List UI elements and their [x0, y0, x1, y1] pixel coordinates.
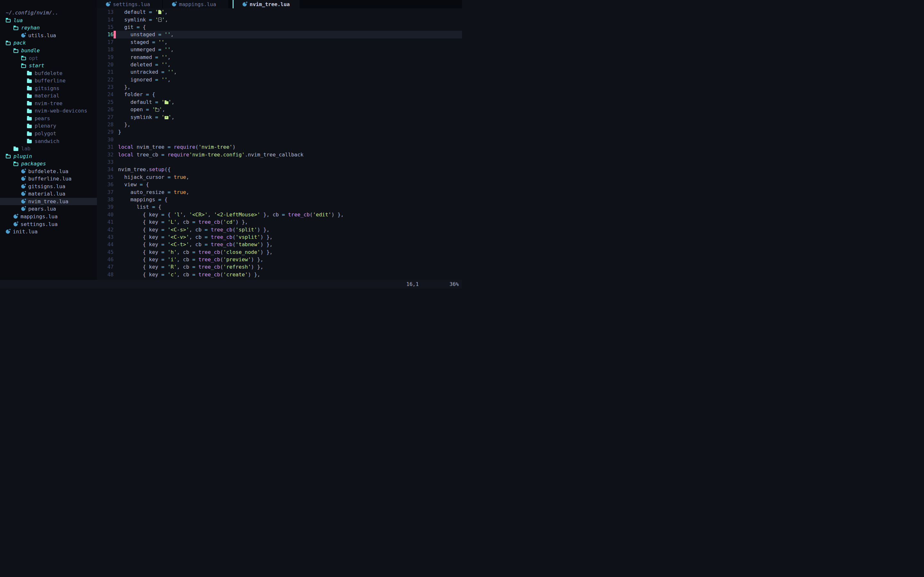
tree-item-opt[interactable]: opt [0, 54, 97, 62]
tree-item-settings.lua[interactable]: settings.lua [0, 220, 97, 228]
code-line-25[interactable]: 25 default = '', [97, 98, 462, 106]
code-line-31[interactable]: 31local nvim_tree = require('nvim-tree') [97, 143, 462, 151]
tree-item-pears.lua[interactable]: pears.lua [0, 205, 97, 213]
code-line-39[interactable]: 39 list = { [97, 203, 462, 211]
code-line-41[interactable]: 41 { key = 'L', cb = tree_cb('cd') }, [97, 218, 462, 226]
code-line-47[interactable]: 47 { key = 'R', cb = tree_cb('refresh') … [97, 263, 462, 271]
code-line-21[interactable]: 21 untracked = '', [97, 68, 462, 76]
tab-nvim_tree.lua[interactable]: nvim_tree.lua [234, 0, 300, 8]
tree-item-nvim-web-devicons[interactable]: nvim-web-devicons [0, 107, 97, 115]
tree-item-init.lua[interactable]: init.lua [0, 228, 97, 235]
tree-item-bufferline.lua[interactable]: bufferline.lua [0, 175, 97, 183]
tree-item-bufdelete[interactable]: bufdelete [0, 69, 97, 77]
line-number: 14 [97, 17, 113, 23]
tree-item-bufdelete.lua[interactable]: bufdelete.lua [0, 167, 97, 175]
code-line-15[interactable]: 15 git = { [97, 23, 462, 31]
tree-item-lua[interactable]: lua [0, 17, 97, 24]
tree-item-plugin[interactable]: plugin [0, 152, 97, 160]
tree-item-gitsigns.lua[interactable]: gitsigns.lua [0, 183, 97, 190]
code-text: { key = '<C-v>', cb = tree_cb('vsplit') … [118, 234, 273, 240]
tree-item-nvim-tree[interactable]: nvim-tree [0, 100, 97, 107]
tree-item-bundle[interactable]: bundle [0, 47, 97, 55]
tree-item-pears[interactable]: pears [0, 115, 97, 122]
nvim-tree-sidebar: ~/.config/nvim/..luareyhanutils.luapackb… [0, 0, 97, 280]
tree-item-packages[interactable]: packages [0, 160, 97, 168]
tree-item-mappings.lua[interactable]: mappings.lua [0, 213, 97, 221]
tree-item-nvim_tree.lua[interactable]: nvim_tree.lua [0, 198, 97, 205]
code-line-body: { key = 'h', cb = tree_cb('close_node') … [113, 248, 462, 256]
tree-item-lab[interactable]: lab [0, 145, 97, 153]
code-text: deleted = '', [118, 61, 171, 68]
tree-item-label: bufdelete [35, 70, 63, 76]
code-line-43[interactable]: 43 { key = '<C-v>', cb = tree_cb('vsplit… [97, 234, 462, 241]
tree-item-material.lua[interactable]: material.lua [0, 190, 97, 198]
code-line-37[interactable]: 37 auto_resize = true, [97, 188, 462, 195]
line-number: 38 [97, 197, 113, 203]
tree-item-polygot[interactable]: polygot [0, 130, 97, 137]
tree-item-pack[interactable]: pack [0, 39, 97, 47]
code-line-48[interactable]: 48 { key = 'c', cb = tree_cb('create') }… [97, 271, 462, 278]
closed-folder-icon [27, 125, 32, 128]
code-text: local tree_cb = require'nvim-tree.config… [118, 152, 304, 158]
lua-file-icon [13, 222, 18, 226]
tree-item-utils.lua[interactable]: utils.lua [0, 32, 97, 39]
code-line-45[interactable]: 45 { key = 'h', cb = tree_cb('close_node… [97, 248, 462, 256]
tree-item-label: packages [21, 161, 46, 167]
code-line-28[interactable]: 28 }, [97, 121, 462, 128]
tree-item-bufferline[interactable]: bufferline [0, 77, 97, 85]
line-number: 25 [97, 99, 113, 105]
code-line-29[interactable]: 29} [97, 128, 462, 135]
main-area: ~/.config/nvim/..luareyhanutils.luapackb… [0, 0, 462, 280]
code-line-33[interactable]: 33 [97, 158, 462, 166]
code-line-44[interactable]: 44 { key = '<C-t>', cb = tree_cb('tabnew… [97, 241, 462, 248]
sign-column [113, 121, 118, 128]
code-line-body [113, 136, 462, 143]
open-folder-icon [6, 155, 11, 158]
code-line-19[interactable]: 19 renamed = '', [97, 53, 462, 61]
code-line-34[interactable]: 34nvim_tree.setup({ [97, 166, 462, 173]
code-line-22[interactable]: 22 ignored = '', [97, 76, 462, 83]
tree-item-start[interactable]: start [0, 62, 97, 69]
code-text: renamed = '', [118, 54, 171, 60]
sign-column [113, 203, 118, 211]
code-line-17[interactable]: 17 staged = '', [97, 39, 462, 46]
code-line-body: } [113, 128, 462, 135]
tree-item-label: bundle [21, 47, 40, 53]
code-line-46[interactable]: 46 { key = 'i', cb = tree_cb('preview') … [97, 256, 462, 263]
code-line-35[interactable]: 35 hijack_cursor = true, [97, 173, 462, 181]
tree-item-sandwich[interactable]: sandwich [0, 137, 97, 145]
tree-root-path[interactable]: ~/.config/nvim/.. [0, 9, 97, 17]
code-line-36[interactable]: 36 view = { [97, 181, 462, 188]
sign-column [113, 226, 118, 233]
code-line-16[interactable]: 16 unstaged = '', [97, 31, 462, 38]
code-line-32[interactable]: 32local tree_cb = require'nvim-tree.conf… [97, 151, 462, 158]
sign-column [113, 16, 118, 23]
tree-item-label: bufferline [35, 77, 65, 84]
code-line-20[interactable]: 20 deleted = '', [97, 61, 462, 68]
code-line-24[interactable]: 24 folder = { [97, 91, 462, 98]
tree-item-material[interactable]: material [0, 92, 97, 100]
code-line-27[interactable]: 27 symlink = '', [97, 113, 462, 121]
code-line-42[interactable]: 42 { key = '<C-s>', cb = tree_cb('split'… [97, 226, 462, 233]
code-text: folder = { [118, 91, 155, 97]
tree-item-gitsigns[interactable]: gitsigns [0, 84, 97, 92]
code-line-23[interactable]: 23 }, [97, 83, 462, 91]
code-text: view = { [118, 181, 149, 187]
code-line-38[interactable]: 38 mappings = { [97, 196, 462, 203]
closed-folder-icon [27, 110, 32, 113]
code-line-18[interactable]: 18 unmerged = '', [97, 46, 462, 53]
code-line-40[interactable]: 40 { key = { 'l', '<CR>', '<2-LeftMouse>… [97, 211, 462, 218]
lua-file-icon [6, 229, 10, 234]
code-buffer[interactable]: 13 default = '',14 symlink = '',15 git =… [97, 8, 462, 280]
tree-item-label: init.lua [13, 229, 37, 235]
code-line-body: { key = '<C-v>', cb = tree_cb('vsplit') … [113, 234, 462, 241]
code-line-14[interactable]: 14 symlink = '', [97, 16, 462, 23]
line-number: 16 [97, 31, 113, 37]
tree-item-plenary[interactable]: plenary [0, 122, 97, 130]
tab-settings.lua[interactable]: settings.lua [97, 0, 163, 8]
code-line-26[interactable]: 26 open = '', [97, 106, 462, 113]
code-line-30[interactable]: 30 [97, 136, 462, 143]
code-line-13[interactable]: 13 default = '', [97, 8, 462, 16]
tree-item-reyhan[interactable]: reyhan [0, 24, 97, 32]
tab-mappings.lua[interactable]: mappings.lua [163, 0, 229, 8]
